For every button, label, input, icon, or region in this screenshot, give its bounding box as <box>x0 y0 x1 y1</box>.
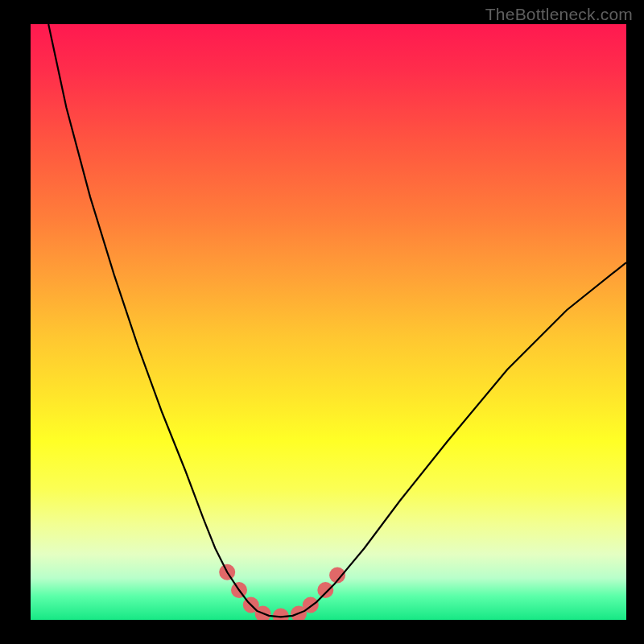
highlight-dot <box>273 609 289 620</box>
chart-frame: TheBottleneck.com <box>0 0 644 644</box>
curve-overlay <box>31 24 626 620</box>
highlight-dot <box>317 582 333 598</box>
watermark-text: TheBottleneck.com <box>485 5 633 24</box>
bottleneck-curve <box>48 24 626 617</box>
plot-area <box>31 24 626 620</box>
